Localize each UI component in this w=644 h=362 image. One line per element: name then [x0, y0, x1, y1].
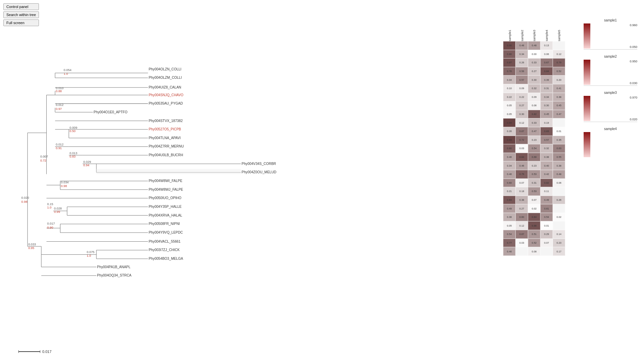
svg-text:0.90: 0.90 — [47, 226, 53, 229]
heatmap-cell: 0.00 — [528, 50, 540, 59]
heatmap-cell: 0.38 — [503, 213, 516, 222]
legend-sample2-max: 0.950 — [630, 60, 637, 63]
svg-text:Phy004Y9VQ_LEPDC: Phy004Y9VQ_LEPDC — [149, 231, 183, 234]
heatmap-cell: 0.47 — [553, 110, 565, 119]
search-within-tree-button[interactable]: Search within tree — [3, 11, 39, 18]
heatmap-row: 0.460.790.530.420.48 — [503, 170, 565, 179]
heatmap-cell: 0.26 — [516, 58, 528, 67]
legend-sample3-bar — [584, 96, 590, 121]
heatmap-cell: 0.01 — [553, 127, 565, 136]
col-header-sample1: sample1 — [508, 30, 512, 41]
legend-sample3-max: 0.970 — [630, 96, 637, 99]
toolbar: Control panel Search within tree Full sc… — [3, 3, 39, 26]
legend-sample4-bar — [584, 132, 590, 157]
legend-container: sample1 0.960 0.050 sample2 0.950 0.030 … — [584, 18, 637, 162]
heatmap-cell — [553, 221, 565, 230]
heatmap-cell — [553, 118, 565, 127]
scale-label: 0.017 — [42, 350, 52, 354]
heatmap-cell — [553, 187, 565, 196]
svg-text:0.054: 0.054 — [64, 68, 71, 72]
svg-text:0.91: 0.91 — [56, 146, 62, 150]
heatmap-cell: 0.52 — [553, 67, 565, 76]
heatmap-cell: 0.38 — [540, 153, 553, 162]
scale-bar: 0.017 — [18, 350, 52, 354]
heatmap-cell: 0.27 — [516, 204, 528, 213]
svg-text:0.033: 0.033 — [28, 243, 36, 246]
col-header-sample2: sample2 — [521, 30, 524, 41]
col-header-sample3: sample3 — [533, 30, 536, 41]
heatmap-cell: 0.67 — [516, 127, 528, 136]
heatmap-cell: 0.82 — [540, 179, 553, 187]
heatmap-cell: 0.31 — [528, 179, 540, 187]
heatmap-cell: 0.77 — [503, 239, 516, 247]
heatmap-cell: 0.94 — [503, 118, 516, 127]
svg-text:Phy004SNJQ_CHAVO: Phy004SNJQ_CHAVO — [149, 93, 183, 97]
svg-text:0.95: 0.95 — [28, 246, 34, 250]
heatmap-cell: 0.79 — [553, 58, 565, 67]
heatmap-cell: 0.76 — [503, 67, 516, 76]
heatmap-cell: 0.53 — [528, 170, 540, 179]
legend-sample2-min: 0.030 — [630, 81, 637, 85]
heatmap-cell: 0.56 — [516, 67, 528, 76]
heatmap-cell: 0.61 — [540, 204, 553, 213]
svg-text:0.029: 0.029 — [83, 160, 91, 164]
heatmap-cell: 0.12 — [516, 221, 528, 230]
heatmap-row: 0.540.670.510.290.14 — [503, 230, 565, 239]
heatmap-grid: 0.900.480.480.130.800.340.000.060.120.87… — [503, 41, 565, 256]
svg-text:Phy00535AU_PYGAD: Phy00535AU_PYGAD — [149, 102, 183, 105]
heatmap-cell: 0.55 — [553, 153, 565, 162]
heatmap-container: sample1 sample2 sample3 sample4 sample5 … — [503, 19, 565, 256]
svg-text:Phy004PA1B_ANAPL: Phy004PA1B_ANAPL — [97, 265, 130, 269]
full-screen-button[interactable]: Full screen — [3, 19, 39, 26]
legend-sample2-bar — [584, 60, 590, 85]
heatmap-cell: 0.06 — [540, 50, 553, 59]
heatmap-cell: 0.29 — [540, 230, 553, 239]
svg-text:Phy004STVX_187382: Phy004STVX_187382 — [149, 119, 183, 123]
heatmap-cell: 0.52 — [528, 239, 540, 247]
heatmap-row: 0.340.460.230.400.38 — [503, 161, 565, 170]
heatmap-cell: 0.60 — [516, 213, 528, 222]
heatmap-cell: 0.39 — [540, 75, 553, 84]
heatmap-cell — [540, 247, 553, 256]
heatmap-cell: 0.93 — [503, 136, 516, 144]
heatmap-cell: 0.42 — [540, 170, 553, 179]
tree-area: 0.020 0.98 0.007 0.72 0.054 1.0 Phy004OL… — [0, 0, 396, 362]
svg-text:Phy004OLZM_COLLI: Phy004OLZM_COLLI — [149, 76, 182, 79]
heatmap-row: 0.340.570.300.390.20 — [503, 75, 565, 84]
heatmap-cell: 0.30 — [516, 110, 528, 119]
heatmap-cell: 0.46 — [516, 161, 528, 170]
heatmap-cell: 0.80 — [503, 144, 516, 153]
heatmap-cell: 0.21 — [503, 187, 516, 196]
heatmap-row: 0.260.670.470.830.01 — [503, 127, 565, 136]
heatmap-row: 0.220.220.090.340.38 — [503, 93, 565, 102]
heatmap-row: 0.460.080.17 — [503, 247, 565, 256]
svg-text:Phy004VACL_55661: Phy004VACL_55661 — [149, 240, 180, 243]
heatmap-cell: 0.54 — [528, 144, 540, 153]
phylogenetic-tree[interactable]: 0.020 0.98 0.007 0.72 0.054 1.0 Phy004OL… — [0, 0, 396, 362]
heatmap-cell: 0.30 — [528, 75, 540, 84]
svg-text:0.72: 0.72 — [40, 159, 46, 162]
heatmap-cell: 0.47 — [528, 127, 540, 136]
legend-sample1-title: sample1 — [584, 18, 637, 22]
heatmap-cell: 0.84 — [528, 213, 540, 222]
svg-text:0.98: 0.98 — [21, 200, 28, 203]
svg-text:Phy004Z7RR_MERNU: Phy004Z7RR_MERNU — [149, 144, 184, 148]
heatmap-row: 0.900.480.480.13 — [503, 41, 565, 50]
heatmap-cell: 0.03 — [516, 239, 528, 247]
svg-text:0.012: 0.012 — [56, 103, 63, 107]
svg-text:Phy00527O5_PICPB: Phy00527O5_PICPB — [149, 127, 181, 131]
heatmap-cell: 0.54 — [540, 213, 553, 222]
heatmap-cell: 0.34 — [503, 161, 516, 170]
heatmap-row: 0.760.560.270.840.52 — [503, 67, 565, 76]
heatmap-cell: 0.02 — [553, 213, 565, 222]
heatmap-cell: 0.10 — [503, 84, 516, 93]
control-panel-button[interactable]: Control panel — [3, 3, 39, 10]
heatmap-cell: 0.12 — [516, 118, 528, 127]
heatmap-cell: 0.09 — [516, 84, 528, 93]
heatmap-row: 0.210.180.530.11 — [503, 187, 565, 196]
heatmap-cell: 0.38 — [516, 196, 528, 204]
legend-sample1-min: 0.050 — [630, 45, 637, 49]
heatmap-cell: 0.07 — [540, 239, 553, 247]
svg-text:0.013: 0.013 — [69, 152, 77, 155]
legend-sample1-bar — [584, 23, 590, 49]
